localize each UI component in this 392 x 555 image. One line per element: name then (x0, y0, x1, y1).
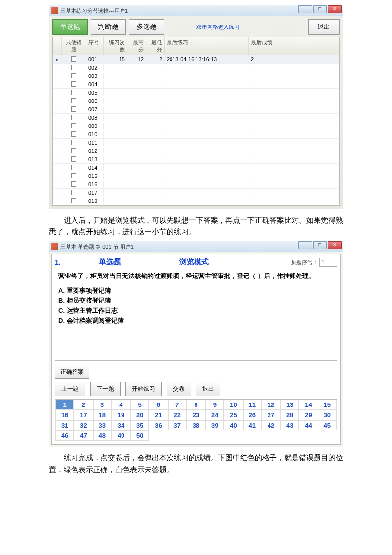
table-row[interactable]: 013 (53, 155, 339, 164)
maximize-button[interactable]: □ (313, 5, 327, 13)
table-row[interactable]: 008 (53, 114, 339, 122)
original-seq-input[interactable] (319, 258, 337, 267)
maximize-button[interactable]: □ (313, 241, 327, 249)
table-row[interactable]: 014 (53, 164, 339, 172)
checkbox[interactable] (71, 198, 76, 203)
question-nav-cell[interactable]: 24 (205, 410, 224, 420)
question-nav-cell[interactable]: 7 (168, 400, 187, 410)
question-nav-cell[interactable]: 47 (74, 430, 93, 441)
table-row[interactable]: 012 (53, 147, 339, 155)
prev-button[interactable]: 上一题 (55, 382, 85, 396)
checkbox[interactable] (71, 73, 76, 78)
question-nav-cell[interactable]: 29 (299, 410, 318, 420)
question-nav-cell[interactable]: 26 (243, 410, 262, 420)
next-button[interactable]: 下一题 (90, 382, 121, 396)
option-b[interactable]: B. 柜员交接登记簿 (58, 296, 334, 305)
table-row[interactable]: ▸001151222013-04-16 13:16:132 (53, 55, 339, 64)
question-nav-cell[interactable]: 15 (318, 400, 337, 410)
question-nav-cell[interactable]: 34 (112, 420, 130, 430)
checkbox[interactable] (71, 190, 76, 195)
exit-button[interactable]: 退出 (308, 19, 340, 35)
question-nav-cell[interactable]: 25 (224, 410, 243, 420)
question-nav-cell[interactable]: 2 (74, 400, 93, 410)
section-grid[interactable]: 只做错题 序号 练习次数 最高分 最低分 最后练习 最后成绩 ▸00115122… (52, 37, 340, 206)
checkbox[interactable] (71, 81, 76, 87)
question-nav-cell[interactable]: 20 (130, 410, 149, 420)
question-nav-cell[interactable]: 46 (55, 430, 74, 441)
table-row[interactable]: 016 (53, 180, 339, 189)
checkbox[interactable] (71, 115, 76, 120)
question-nav-cell[interactable]: 21 (149, 410, 168, 420)
question-nav-cell[interactable]: 28 (280, 410, 299, 420)
checkbox[interactable] (71, 106, 76, 112)
close-button[interactable]: ✕ (328, 5, 342, 13)
checkbox[interactable] (71, 148, 76, 153)
question-nav-cell[interactable]: 6 (149, 400, 168, 410)
minimize-button[interactable]: — (298, 241, 312, 249)
checkbox[interactable] (71, 173, 76, 178)
question-nav-cell[interactable]: 16 (55, 410, 74, 420)
question-nav-cell[interactable]: 43 (280, 420, 299, 430)
table-row[interactable]: 005 (53, 89, 339, 97)
question-nav-cell[interactable]: 8 (187, 400, 205, 410)
option-d[interactable]: D. 会计档案调阅登记簿 (58, 316, 334, 326)
table-row[interactable]: 009 (53, 122, 339, 130)
minimize-button[interactable]: — (298, 5, 312, 13)
question-nav-cell[interactable]: 50 (130, 430, 149, 441)
checkbox[interactable] (71, 165, 76, 170)
table-row[interactable]: 003 (53, 72, 339, 80)
start-practice-button[interactable]: 开始练习 (125, 382, 162, 396)
question-nav-cell[interactable]: 13 (280, 400, 299, 410)
question-nav-cell[interactable]: 30 (318, 410, 337, 420)
question-nav-cell[interactable]: 1 (55, 400, 74, 410)
checkbox[interactable] (71, 65, 76, 70)
checkbox[interactable] (71, 181, 76, 187)
table-row[interactable]: 006 (53, 97, 339, 105)
question-nav-cell[interactable]: 14 (299, 400, 318, 410)
checkbox[interactable] (71, 98, 76, 103)
question-nav-cell[interactable]: 36 (149, 420, 168, 430)
checkbox[interactable] (71, 156, 76, 162)
question-nav-cell[interactable]: 48 (93, 430, 112, 441)
question-nav-cell[interactable]: 40 (224, 420, 243, 430)
question-nav-cell[interactable]: 19 (112, 410, 130, 420)
question-nav-cell[interactable]: 45 (318, 420, 337, 430)
question-nav-cell[interactable]: 3 (93, 400, 112, 410)
question-nav-cell[interactable]: 10 (224, 400, 243, 410)
question-nav-cell[interactable]: 49 (112, 430, 130, 441)
table-row[interactable]: 018 (53, 197, 339, 205)
question-nav-cell[interactable]: 12 (262, 400, 280, 410)
table-row[interactable]: 010 (53, 130, 339, 139)
submit-button[interactable]: 交卷 (167, 382, 191, 396)
table-row[interactable]: 011 (53, 139, 339, 147)
checkbox[interactable] (71, 123, 76, 128)
exit-button[interactable]: 退出 (196, 382, 220, 396)
checkbox[interactable] (71, 90, 76, 95)
question-nav-cell[interactable]: 37 (168, 420, 187, 430)
titlebar[interactable]: 三基本练习分节选择---用户1 — □ ✕ (49, 5, 343, 16)
table-row[interactable]: 004 (53, 80, 339, 89)
titlebar[interactable]: 三基本 单选题 第 001 节 用户1 — □ ✕ (49, 241, 343, 252)
table-row[interactable]: 002 (53, 64, 339, 72)
table-row[interactable]: 007 (53, 105, 339, 114)
tab-single-choice[interactable]: 单选题 (52, 19, 88, 35)
tab-multi-choice[interactable]: 多选题 (129, 19, 164, 35)
option-c[interactable]: C. 运营主管工作日志 (58, 306, 334, 316)
question-nav-cell[interactable]: 41 (243, 420, 262, 430)
correct-answer-button[interactable]: 正确答案 (55, 365, 89, 379)
checkbox[interactable] (71, 56, 76, 62)
tab-judge[interactable]: 判断题 (91, 19, 126, 35)
question-nav-cell[interactable]: 33 (93, 420, 112, 430)
question-nav-cell[interactable]: 23 (187, 410, 205, 420)
question-nav-cell[interactable]: 5 (130, 400, 149, 410)
table-row[interactable]: 015 (53, 172, 339, 180)
question-nav-cell[interactable]: 42 (262, 420, 280, 430)
question-nav-cell[interactable]: 4 (112, 400, 130, 410)
question-nav-cell[interactable]: 38 (187, 420, 205, 430)
checkbox[interactable] (71, 131, 76, 137)
question-nav-cell[interactable]: 9 (205, 400, 224, 410)
table-row[interactable]: 017 (53, 189, 339, 197)
question-nav-cell[interactable]: 44 (299, 420, 318, 430)
question-nav-cell[interactable]: 27 (262, 410, 280, 420)
option-a[interactable]: A. 重要事项登记簿 (58, 286, 334, 296)
